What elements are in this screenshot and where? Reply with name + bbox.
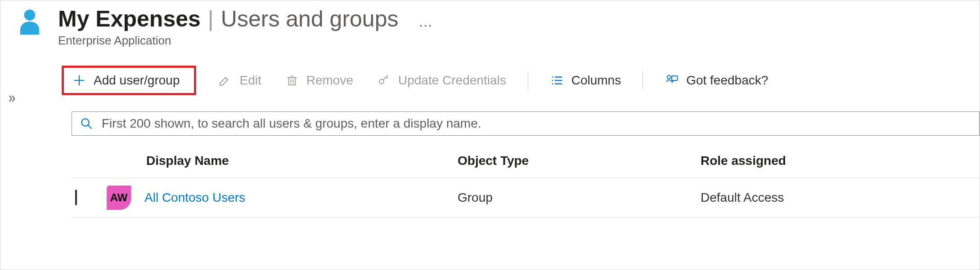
columns-button[interactable]: Columns	[548, 71, 623, 90]
col-role[interactable]: Role assigned	[701, 154, 976, 168]
row-checkbox[interactable]	[75, 190, 77, 205]
remove-button: Remove	[283, 71, 355, 90]
toolbar-divider	[528, 71, 528, 89]
object-type-cell: Group	[458, 190, 701, 205]
update-credentials-label: Update Credentials	[398, 73, 506, 88]
svg-rect-16	[672, 76, 678, 80]
role-cell: Default Access	[701, 190, 976, 205]
edit-label: Edit	[239, 73, 261, 88]
columns-icon	[550, 73, 564, 88]
svg-point-15	[667, 75, 671, 79]
key-icon	[377, 73, 391, 88]
page-title: Users and groups	[221, 6, 399, 32]
command-bar: Add user/group Edit Remove Update Creden…	[62, 66, 980, 95]
expand-nav-handle[interactable]: »	[9, 89, 16, 106]
app-icon	[14, 6, 45, 39]
trash-icon	[285, 73, 299, 88]
pencil-icon	[218, 73, 232, 88]
svg-point-17	[81, 119, 89, 126]
svg-line-18	[88, 125, 92, 129]
search-icon	[79, 116, 94, 131]
app-name: My Expenses	[58, 6, 201, 32]
add-user-group-label: Add user/group	[94, 73, 180, 88]
col-object-type[interactable]: Object Type	[458, 154, 701, 168]
svg-point-8	[379, 80, 384, 84]
avatar: AW	[107, 186, 131, 210]
feedback-label: Got feedback?	[686, 73, 768, 88]
edit-button: Edit	[216, 71, 263, 90]
page-subtitle: Enterprise Application	[58, 34, 433, 48]
page-header: My Expenses | Users and groups … Enterpr…	[14, 6, 980, 48]
feedback-button[interactable]: Got feedback?	[663, 71, 770, 90]
table-row: AW All Contoso Users Group Default Acces…	[72, 178, 980, 217]
svg-point-0	[24, 9, 36, 21]
title-separator: |	[208, 6, 214, 32]
col-display-name[interactable]: Display Name	[107, 154, 458, 168]
display-name-link[interactable]: All Contoso Users	[144, 190, 245, 205]
search-input[interactable]	[102, 116, 972, 131]
search-box[interactable]	[72, 111, 980, 136]
add-user-group-button[interactable]: Add user/group	[70, 71, 181, 90]
remove-label: Remove	[306, 73, 353, 88]
feedback-icon	[665, 73, 679, 88]
results-table: Display Name Object Type Role assigned A…	[72, 147, 980, 217]
plus-icon	[72, 73, 86, 88]
update-credentials-button: Update Credentials	[375, 71, 508, 90]
columns-label: Columns	[571, 73, 621, 88]
table-header: Display Name Object Type Role assigned	[72, 147, 980, 178]
highlight-add-user: Add user/group	[62, 66, 196, 95]
svg-rect-3	[288, 78, 295, 85]
toolbar-divider	[643, 71, 643, 89]
more-actions-button[interactable]: …	[418, 13, 433, 30]
